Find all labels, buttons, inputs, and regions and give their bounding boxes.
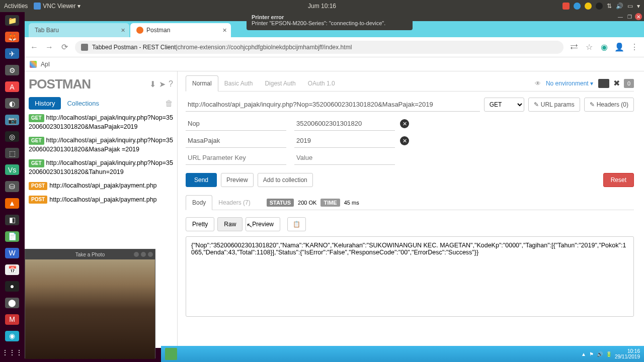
app-icon[interactable]: 📷 (5, 115, 19, 125)
url-params-button[interactable]: ✎ URL params (528, 98, 580, 112)
app-icon[interactable]: ◉ (5, 331, 19, 341)
history-item[interactable]: GEThttp://localhost/api_pajak/inquiry.ph… (29, 114, 173, 131)
param-delete-icon[interactable]: ✕ (400, 136, 409, 145)
terminal-icon[interactable]: ⬚ (5, 148, 19, 158)
tab-close-icon[interactable]: ✕ (222, 27, 227, 34)
address-bar[interactable]: Tabbed Postman - REST Client | chrome-ex… (75, 41, 564, 54)
add-collection-button[interactable]: Add to collection (258, 173, 313, 187)
telegram-icon[interactable]: ✈ (5, 48, 19, 59)
response-tab-body[interactable]: Body (186, 195, 212, 210)
tray-icon[interactable]: 🔋 (606, 351, 612, 357)
power-icon[interactable]: ▾ (637, 3, 640, 10)
window-minimize-icon[interactable] (134, 252, 139, 257)
notification-toast[interactable]: Printer error Printer "EPSON-M200-Series… (247, 12, 413, 30)
window-minimize-icon[interactable]: — (617, 13, 624, 20)
app-icon[interactable]: ◧ (5, 215, 19, 225)
param-value-input[interactable] (294, 134, 395, 148)
obs-icon[interactable]: ◎ (5, 131, 19, 142)
reload-icon[interactable]: ⟳ (60, 43, 69, 52)
app-icon[interactable]: 📄 (5, 231, 19, 242)
files-icon[interactable]: 📁 (5, 15, 19, 26)
window-close-icon[interactable]: ✕ (635, 13, 642, 20)
param-value-input[interactable] (294, 117, 395, 131)
param-delete-icon[interactable]: ✕ (400, 119, 409, 128)
app-icon[interactable]: ⛁ (5, 181, 19, 192)
help-icon[interactable]: ? (169, 79, 173, 89)
app-icon[interactable]: 📅 (5, 264, 19, 275)
view-raw-button[interactable]: Raw (217, 217, 243, 231)
download-icon[interactable]: ⬇ (149, 79, 156, 89)
tray-icon[interactable] (562, 3, 570, 10)
volume-icon[interactable]: 🔊 (616, 3, 623, 10)
app-icon[interactable]: ◐ (5, 98, 19, 109)
history-item[interactable]: POSThttp://localhost/api_pajak/payment.p… (29, 182, 173, 191)
auth-tab-normal[interactable]: Normal (186, 75, 218, 92)
eye-icon[interactable]: 👁 (535, 80, 541, 87)
view-pretty-button[interactable]: Pretty (186, 217, 214, 231)
reset-button[interactable]: Reset (603, 173, 634, 187)
browser-tab[interactable]: Tab Baru ✕ (29, 23, 129, 37)
cheese-window[interactable]: Take a Photo (25, 249, 155, 358)
vlc-icon[interactable]: ▲ (5, 198, 19, 209)
firefox-icon[interactable]: 🦊 (5, 32, 19, 42)
clock[interactable]: Jum 10:16 (308, 3, 336, 10)
tray-icon[interactable]: ⚑ (589, 351, 594, 357)
menu-icon[interactable]: ⋮ (630, 43, 639, 52)
app-icon[interactable]: A (5, 81, 19, 92)
browser-tab[interactable]: Postman ✕ (130, 23, 231, 37)
app-icon[interactable]: M (5, 314, 19, 325)
tray-icon[interactable]: 🔊 (597, 351, 603, 357)
environment-selector[interactable]: No environment ▾ (546, 80, 593, 87)
bookmark-item[interactable]: ApI (41, 61, 50, 68)
taskbar-app-icon[interactable] (165, 348, 177, 360)
tray-icon[interactable] (574, 3, 581, 10)
share-icon[interactable]: ➤ (159, 79, 166, 89)
trash-icon[interactable]: 🗑 (165, 99, 173, 108)
extension-icon[interactable]: ◉ (600, 43, 609, 52)
profile-icon[interactable]: 👤 (615, 43, 624, 52)
param-key-input[interactable] (186, 151, 286, 165)
history-tab[interactable]: History (29, 97, 61, 110)
tray-icon[interactable] (596, 3, 603, 10)
keyboard-icon[interactable] (598, 79, 609, 88)
forward-icon[interactable]: → (45, 43, 54, 52)
tab-close-icon[interactable]: ✕ (121, 27, 125, 34)
window-maximize-icon[interactable] (141, 252, 146, 257)
network-icon[interactable]: ⇅ (607, 3, 612, 10)
settings-icon[interactable]: ✖ (613, 78, 620, 88)
history-item[interactable]: GEThttp://localhost/api_pajak/inquiry.ph… (29, 136, 173, 154)
preview-button[interactable]: Preview (221, 173, 254, 187)
activities-button[interactable]: Activities (4, 3, 28, 10)
app-icon[interactable]: ⬤ (5, 298, 19, 308)
apps-grid-icon[interactable]: ⋮⋮⋮ (5, 347, 19, 358)
param-key-input[interactable] (186, 134, 286, 148)
taskbar-tray[interactable]: ▲ ⚑ 🔊 🔋 10:16 29/11/2019 (581, 348, 640, 359)
param-value-input[interactable] (294, 151, 395, 165)
translate-icon[interactable]: ⮂ (570, 43, 579, 52)
request-url-input[interactable] (186, 98, 480, 112)
param-key-input[interactable] (186, 117, 286, 131)
apps-icon[interactable] (30, 61, 37, 68)
app-indicator[interactable]: VNC Viewer ▾ (34, 3, 80, 10)
history-item[interactable]: POSThttp://localhost/api_pajak/payment.p… (29, 196, 173, 205)
auth-tab-basic[interactable]: Basic Auth (218, 75, 259, 92)
response-body[interactable]: {"Nop":"352006002301301820","Nama":"KARN… (186, 236, 634, 317)
bookmark-star-icon[interactable]: ☆ (585, 43, 594, 52)
send-button[interactable]: Send (186, 173, 217, 187)
auth-tab-digest[interactable]: Digest Auth (259, 75, 301, 92)
response-tab-headers[interactable]: Headers (7) (212, 195, 256, 210)
system-tray[interactable]: ⇅ 🔊 ▭ ▾ (562, 3, 640, 10)
auth-tab-oauth[interactable]: OAuth 1.0 (302, 75, 341, 92)
copy-response-icon[interactable]: 📋 (287, 217, 306, 231)
chrome-icon[interactable] (585, 3, 592, 10)
tray-icon[interactable]: ▲ (581, 351, 586, 357)
app-icon[interactable]: W (5, 248, 19, 258)
window-close-icon[interactable] (148, 252, 153, 257)
window-maximize-icon[interactable]: ❐ (626, 13, 633, 20)
app-icon[interactable]: ⚙ (5, 65, 19, 75)
env-count-badge[interactable]: 0 (624, 79, 634, 88)
vnc-icon[interactable]: Vs (5, 164, 19, 175)
headers-button[interactable]: ✎ Headers (0) (584, 98, 634, 112)
method-select[interactable]: GET (484, 98, 524, 112)
collections-tab[interactable]: Collections (61, 97, 105, 110)
